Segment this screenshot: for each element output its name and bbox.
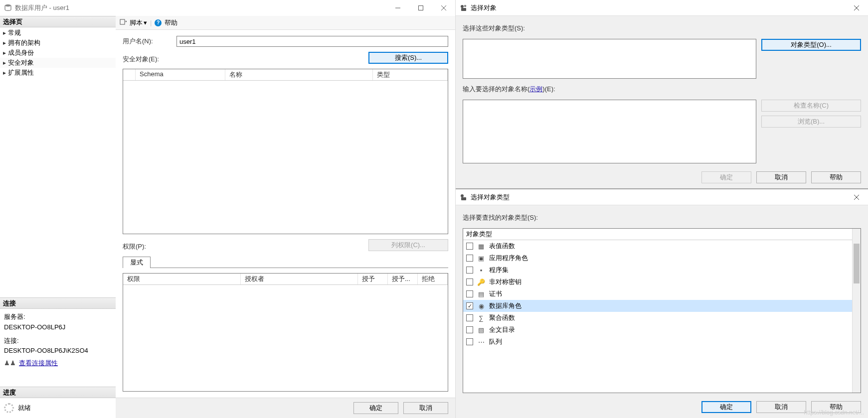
object-types-button[interactable]: 对象类型(O)... (761, 39, 861, 51)
cancel-button[interactable]: 取消 (403, 402, 448, 414)
checkbox[interactable] (466, 243, 473, 250)
svg-rect-7 (461, 8, 466, 11)
type-icon: ⋯ (477, 338, 485, 346)
type-icon: ▤ (477, 290, 485, 298)
type-icon: ∑ (477, 314, 485, 322)
bullet-icon: ▸ (3, 29, 6, 36)
type-icon: ▦ (477, 242, 485, 250)
type-row[interactable]: ⋯队列 (463, 336, 852, 348)
ok-button[interactable]: 确定 (353, 402, 398, 414)
username-input[interactable] (176, 36, 448, 47)
type-label: 队列 (489, 337, 502, 346)
sidebar-page-owned-schemas[interactable]: ▸拥有的架构 (0, 38, 116, 48)
help-button[interactable]: 帮助 (811, 171, 861, 183)
search-button[interactable]: 搜索(S)... (368, 52, 448, 64)
checkbox[interactable] (466, 255, 473, 262)
col-type[interactable]: 类型 (373, 69, 448, 80)
svg-rect-5 (120, 19, 125, 24)
svg-rect-12 (461, 197, 466, 200)
type-row[interactable]: 🔑非对称密钥 (463, 276, 852, 288)
bullet-icon: ▸ (3, 49, 6, 56)
close-button[interactable] (432, 0, 455, 16)
server-label: 服务器: (4, 312, 112, 322)
close-button[interactable] (845, 189, 868, 205)
ok-button[interactable]: 确定 (701, 401, 751, 413)
svg-point-11 (461, 194, 464, 197)
sidebar-page-securables[interactable]: ▸安全对象 (0, 58, 116, 68)
sidebar-page-membership[interactable]: ▸成员身份 (0, 48, 116, 58)
type-row[interactable]: ∑聚合函数 (463, 312, 852, 324)
select-objects-icon (460, 4, 468, 12)
browse-button: 浏览(B)... (761, 116, 861, 128)
sidebar-page-extended[interactable]: ▸扩展属性 (0, 68, 116, 78)
help-button[interactable]: 帮助 (811, 401, 861, 413)
securables-label: 安全对象(E): (123, 55, 364, 64)
main-titlebar: 数据库用户 - user1 (0, 0, 455, 16)
minimize-button[interactable] (386, 0, 409, 16)
maximize-button[interactable] (409, 0, 432, 16)
content-toolbar: 脚本 ▾ | ? 帮助 (116, 16, 455, 30)
object-names-input[interactable] (463, 100, 756, 163)
type-row[interactable]: ▣应用程序角色 (463, 252, 852, 264)
type-label: 数据库角色 (489, 301, 521, 310)
checkbox[interactable] (466, 290, 473, 297)
permissions-tabs: 显式 (123, 256, 448, 268)
server-value: DESKTOP-OO8LP6J (4, 322, 112, 333)
example-link[interactable]: 示例 (529, 85, 542, 93)
type-icon: 🔑 (477, 278, 485, 286)
permissions-list[interactable]: 权限 授权者 授予 授予... 拒绝 (123, 273, 448, 392)
type-label: 聚合函数 (489, 313, 515, 322)
checkbox[interactable] (466, 302, 473, 309)
type-row[interactable]: ▪程序集 (463, 264, 852, 276)
type-row[interactable]: ▧全文目录 (463, 324, 852, 336)
col-grant[interactable]: 授予 (358, 274, 388, 284)
types-column-header[interactable]: 对象类型 (463, 229, 852, 240)
sidebar-header-progress: 进度 (0, 387, 116, 398)
type-row[interactable]: ▦表值函数 (463, 240, 852, 252)
col-grant-with[interactable]: 授予... (388, 274, 418, 284)
checkbox[interactable] (466, 267, 473, 274)
type-label: 非对称密钥 (489, 278, 521, 286)
col-grantor[interactable]: 授权者 (241, 274, 358, 284)
svg-rect-2 (419, 6, 423, 10)
sidebar-header-connection: 连接 (0, 297, 116, 309)
view-connection-props-link[interactable]: 查看连接属性 (19, 358, 58, 369)
type-row[interactable]: ▤证书 (463, 288, 852, 300)
permissions-label: 权限(P): (123, 242, 364, 251)
progress-status: 就绪 (0, 398, 116, 418)
cancel-button[interactable]: 取消 (756, 171, 806, 183)
spinner-icon (4, 403, 14, 413)
main-footer: 确定 取消 (116, 398, 455, 418)
cancel-button[interactable]: 取消 (756, 401, 806, 413)
col-schema[interactable]: Schema (136, 69, 225, 80)
checkbox[interactable] (466, 314, 473, 321)
svg-point-6 (461, 5, 464, 8)
chevron-down-icon: ▾ (144, 19, 147, 26)
securables-list[interactable]: Schema 名称 类型 (123, 69, 448, 234)
select-types-icon (460, 193, 468, 201)
col-deny[interactable]: 拒绝 (418, 274, 448, 284)
object-types-label: 选择这些对象类型(S): (463, 22, 861, 35)
close-button[interactable] (845, 0, 868, 16)
select-objects-dialog: 选择对象 选择这些对象类型(S): 对象类型(O)... 输入要选择的对象名称(… (456, 0, 868, 189)
checkbox[interactable] (466, 279, 473, 285)
svg-point-0 (5, 4, 11, 6)
select-types-footer: 确定 取消 帮助 (456, 399, 868, 418)
tab-explicit[interactable]: 显式 (123, 257, 151, 268)
object-types-list[interactable]: 对象类型 ▦表值函数▣应用程序角色▪程序集🔑非对称密钥▤证书◉数据库角色∑聚合函… (463, 228, 861, 393)
script-dropdown[interactable]: 脚本 ▾ (130, 18, 147, 27)
type-row[interactable]: ◉数据库角色 (463, 300, 852, 312)
script-export-icon (120, 18, 127, 27)
bullet-icon: ▸ (3, 69, 6, 76)
database-icon (4, 4, 12, 12)
help-link[interactable]: 帮助 (165, 18, 177, 27)
sidebar-page-general[interactable]: ▸常规 (0, 28, 116, 38)
col-permission[interactable]: 权限 (123, 274, 241, 284)
type-icon: ▣ (477, 254, 485, 262)
checkbox[interactable] (466, 338, 473, 345)
object-names-label: 输入要选择的对象名称(示例)(E): (463, 83, 861, 96)
col-name[interactable]: 名称 (225, 69, 373, 80)
checkbox[interactable] (466, 326, 473, 333)
connection-info: 服务器: DESKTOP-OO8LP6J 连接: DESKTOP-OO8LP6J… (0, 309, 116, 372)
types-scrollbar[interactable] (852, 229, 861, 393)
